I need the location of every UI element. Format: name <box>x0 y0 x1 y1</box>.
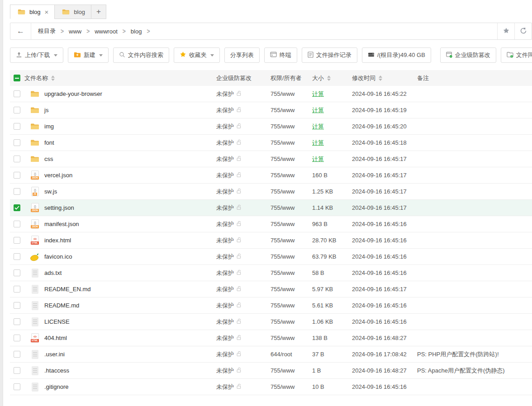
row-checkbox[interactable] <box>14 90 20 97</box>
file-row[interactable]: { }JSON setting.json 未保护 755/www 1.14 KB… <box>10 200 532 216</box>
breadcrumb-item-www[interactable]: www <box>69 28 81 35</box>
file-name[interactable]: index.html <box>44 237 71 244</box>
file-name[interactable]: font <box>44 139 54 146</box>
tamper-status[interactable]: 未保护 <box>216 253 271 261</box>
breadcrumb-item-root[interactable]: 根目录 <box>38 27 56 35</box>
row-checkbox[interactable] <box>14 269 20 276</box>
file-name[interactable]: setting.json <box>44 204 74 211</box>
breadcrumb-item-blog[interactable]: blog <box>131 28 142 35</box>
row-checkbox[interactable] <box>14 156 20 162</box>
row-checkbox[interactable] <box>14 204 20 211</box>
row-checkbox[interactable] <box>14 172 20 179</box>
row-checkbox[interactable] <box>14 123 20 130</box>
row-checkbox[interactable] <box>14 351 20 358</box>
breadcrumb-item-wwwroot[interactable]: wwwroot <box>95 28 118 35</box>
file-row[interactable]: { }JSON vercel.json 未保护 755/www 160 B 20… <box>10 167 532 184</box>
tamper-status[interactable]: 未保护 <box>216 383 271 391</box>
tamper-status[interactable]: 未保护 <box>216 139 271 147</box>
tab-blog-active[interactable]: blog × <box>10 5 55 19</box>
file-row[interactable]: img 未保护 755/www 计算 2024-09-16 16:45:20 <box>10 118 532 135</box>
row-checkbox[interactable] <box>14 221 20 227</box>
file-name[interactable]: .gitignore <box>44 383 68 390</box>
file-row[interactable]: README.md 未保护 755/www 5.61 KB 2024-09-16… <box>10 297 532 314</box>
row-checkbox[interactable] <box>14 107 20 113</box>
file-row[interactable]: css 未保护 755/www 计算 2024-09-16 16:45:17 <box>10 151 532 167</box>
favorite-button[interactable] <box>497 23 514 39</box>
row-checkbox[interactable] <box>14 237 20 244</box>
row-checkbox[interactable] <box>14 286 20 293</box>
row-checkbox[interactable] <box>14 318 20 325</box>
file-row[interactable]: .gitignore 未保护 755/www 10 B 2024-09-16 1… <box>10 379 532 395</box>
tamper-status[interactable]: 未保护 <box>216 90 271 98</box>
row-checkbox[interactable] <box>14 253 20 260</box>
tamper-status[interactable]: 未保护 <box>216 334 271 342</box>
new-tab-button[interactable]: + <box>91 5 106 19</box>
file-name[interactable]: js <box>44 107 48 113</box>
size-calculate-link[interactable]: 计算 <box>312 90 324 97</box>
file-name[interactable]: css <box>44 156 53 162</box>
disk-usage-button[interactable]: /(根目录)49.40 GB <box>362 47 431 63</box>
tamper-status[interactable]: 未保护 <box>216 236 271 245</box>
file-row[interactable]: upgrade-your-browser 未保护 755/www 计算 2024… <box>10 86 532 102</box>
file-row[interactable]: LICENSE 未保护 755/www 1.06 KB 2024-09-16 1… <box>10 314 532 330</box>
tamper-status[interactable]: 未保护 <box>216 155 271 163</box>
close-icon[interactable]: × <box>45 9 49 15</box>
file-name[interactable]: README_EN.md <box>44 286 91 293</box>
upload-download-button[interactable]: 上传/下载 <box>10 47 63 63</box>
new-button[interactable]: 新建 <box>68 47 109 63</box>
size-calculate-link[interactable]: 计算 <box>312 107 324 113</box>
file-row[interactable]: { }JSON manifest.json 未保护 755/www 963 B … <box>10 216 532 232</box>
row-checkbox[interactable] <box>14 335 20 341</box>
terminal-button[interactable]: 终端 <box>264 47 297 63</box>
tamper-status[interactable]: 未保护 <box>216 171 271 179</box>
file-row[interactable]: js 未保护 755/www 计算 2024-09-16 16:45:19 <box>10 102 532 118</box>
tamper-proof-button[interactable]: 企业级防篡改 <box>440 47 496 63</box>
row-checkbox[interactable] <box>14 367 20 374</box>
file-name[interactable]: ads.txt <box>44 269 62 276</box>
sort-icon[interactable] <box>51 76 55 81</box>
tamper-status[interactable]: 未保护 <box>216 302 271 310</box>
file-row[interactable]: <>HTML index.html 未保护 755/www 28.70 KB 2… <box>10 232 532 249</box>
tamper-status[interactable]: 未保护 <box>216 285 271 293</box>
size-calculate-link[interactable]: 计算 <box>312 156 324 162</box>
tamper-status[interactable]: 未保护 <box>216 220 271 228</box>
file-sync-button[interactable]: 文件同步 <box>501 47 532 63</box>
row-checkbox[interactable] <box>14 302 20 309</box>
file-name[interactable]: manifest.json <box>44 221 79 227</box>
sort-icon[interactable] <box>379 76 382 81</box>
tamper-status[interactable]: 未保护 <box>216 106 271 114</box>
file-content-search-button[interactable]: 文件内容搜索 <box>113 47 169 63</box>
file-row[interactable]: <>HTML 404.html 未保护 755/www 138 B 2024-0… <box>10 330 532 346</box>
tamper-status[interactable]: 未保护 <box>216 123 271 131</box>
file-row[interactable]: { }JS sw.js 未保护 755/www 1.25 KB 2024-09-… <box>10 184 532 200</box>
row-checkbox[interactable] <box>14 383 20 390</box>
file-name[interactable]: upgrade-your-browser <box>44 90 102 97</box>
tamper-status[interactable]: 未保护 <box>216 318 271 326</box>
column-header-filename[interactable]: 文件名称 <box>24 74 216 82</box>
tamper-status[interactable]: 未保护 <box>216 204 271 212</box>
file-row[interactable]: font 未保护 755/www 计算 2024-09-16 16:45:18 <box>10 135 532 151</box>
file-name[interactable]: img <box>44 123 54 130</box>
size-calculate-link[interactable]: 计算 <box>312 123 324 130</box>
column-header-size[interactable]: 大小 <box>312 74 352 82</box>
file-row[interactable]: favicon.ico 未保护 755/www 63.79 KB 2024-09… <box>10 249 532 265</box>
share-list-button[interactable]: 分享列表 <box>224 47 260 63</box>
row-checkbox[interactable] <box>14 139 20 146</box>
column-header-mtime[interactable]: 修改时间 <box>352 74 417 82</box>
file-name[interactable]: .user.ini <box>44 351 65 358</box>
file-operation-log-button[interactable]: 文件操作记录 <box>302 47 357 63</box>
file-name[interactable]: LICENSE <box>44 318 70 325</box>
tamper-status[interactable]: 未保护 <box>216 269 271 277</box>
tamper-status[interactable]: 未保护 <box>216 188 271 196</box>
file-name[interactable]: sw.js <box>44 188 57 195</box>
tamper-status[interactable]: 未保护 <box>216 367 271 375</box>
file-name[interactable]: vercel.json <box>44 172 72 179</box>
file-row[interactable]: .user.ini 未保护 644/root 37 B 2024-09-16 1… <box>10 346 532 363</box>
size-calculate-link[interactable]: 计算 <box>312 139 324 146</box>
file-name[interactable]: README.md <box>44 302 79 309</box>
refresh-button[interactable] <box>514 23 532 39</box>
file-row[interactable]: ads.txt 未保护 755/www 58 B 2024-09-16 16:4… <box>10 265 532 281</box>
tamper-status[interactable]: 未保护 <box>216 350 271 359</box>
file-name[interactable]: 404.html <box>44 335 67 341</box>
file-name[interactable]: favicon.ico <box>44 253 72 260</box>
